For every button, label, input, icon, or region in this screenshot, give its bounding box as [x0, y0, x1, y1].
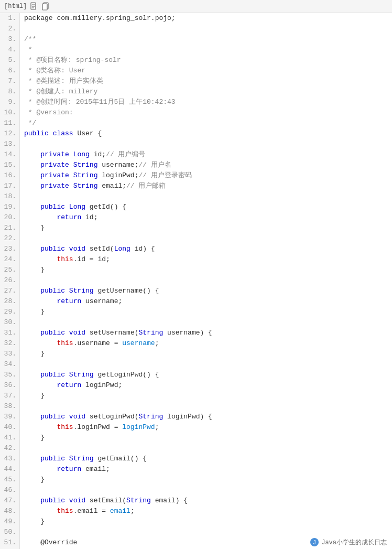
- code-line: [24, 443, 392, 454]
- code-line: * @类名称: User: [24, 66, 392, 76]
- code-viewer: 1.2.3.4.5.6.7.8.9.10.11.12.13.14.15.16.1…: [0, 13, 392, 549]
- line-number: 22.: [0, 233, 19, 244]
- code-line: private String loginPwd;// 用户登录密码: [24, 170, 392, 181]
- code-line: }: [24, 475, 392, 485]
- code-line: }: [24, 223, 392, 233]
- code-line: * @创建人: millery: [24, 87, 392, 97]
- copy-icon[interactable]: [41, 2, 50, 10]
- line-number: 41.: [0, 433, 19, 443]
- code-line: * @项目名称: spring-solr: [24, 55, 392, 66]
- code-line: public void setId(Long id) {: [24, 244, 392, 254]
- line-number: 2.: [0, 24, 19, 34]
- line-number: 1.: [0, 13, 19, 24]
- line-number: 21.: [0, 223, 19, 233]
- code-line: public String getEmail() {: [24, 454, 392, 464]
- line-number: 23.: [0, 244, 19, 254]
- code-line: public Long getId() {: [24, 202, 392, 212]
- code-line: public void setLoginPwd(String loginPwd)…: [24, 412, 392, 422]
- code-line: package com.millery.spring_solr.pojo;: [24, 13, 392, 24]
- code-line: * @创建时间: 2015年11月5日 上午10:42:43: [24, 97, 392, 107]
- code-line: * @version:: [24, 107, 392, 118]
- code-line: [24, 139, 392, 149]
- line-number: 28.: [0, 296, 19, 307]
- line-numbers-column: 1.2.3.4.5.6.7.8.9.10.11.12.13.14.15.16.1…: [0, 13, 20, 549]
- code-line: return email;: [24, 464, 392, 475]
- code-line: [24, 275, 392, 286]
- line-number: 49.: [0, 516, 19, 527]
- code-line: public String getLoginPwd() {: [24, 370, 392, 380]
- line-number: 36.: [0, 380, 19, 391]
- code-line: return loginPwd;: [24, 380, 392, 391]
- toolbar: [html]: [0, 0, 392, 13]
- code-line: }: [24, 307, 392, 317]
- code-line: private Long id;// 用户编号: [24, 149, 392, 160]
- code-line: [24, 233, 392, 244]
- code-line: this.loginPwd = loginPwd;: [24, 422, 392, 433]
- line-number: 18.: [0, 191, 19, 202]
- code-line: return id;: [24, 212, 392, 223]
- line-number: 30.: [0, 317, 19, 328]
- line-number: 47.: [0, 496, 19, 506]
- code-line: private String username;// 用户名: [24, 160, 392, 170]
- footer-logo-icon: J: [310, 537, 319, 547]
- code-line: }: [24, 433, 392, 443]
- line-number: 3.: [0, 34, 19, 45]
- line-number: 25.: [0, 265, 19, 275]
- line-number: 32.: [0, 338, 19, 349]
- line-number: 50.: [0, 527, 19, 537]
- line-number: 7.: [0, 76, 19, 87]
- line-number: 4.: [0, 45, 19, 55]
- code-line: public class User {: [24, 128, 392, 139]
- line-number: 20.: [0, 212, 19, 223]
- line-number: 12.: [0, 128, 19, 139]
- line-number: 40.: [0, 422, 19, 433]
- line-number: 46.: [0, 485, 19, 496]
- line-number: 33.: [0, 349, 19, 359]
- line-number: 16.: [0, 170, 19, 181]
- code-line: [24, 485, 392, 496]
- toolbar-label: [html]: [4, 3, 27, 10]
- code-line: [24, 401, 392, 412]
- code-line: * @类描述: 用户实体类: [24, 76, 392, 87]
- footer: J Java小学生的成长日志: [304, 535, 392, 549]
- code-line: /**: [24, 34, 392, 45]
- footer-text: Java小学生的成长日志: [321, 538, 387, 547]
- code-line: }: [24, 516, 392, 527]
- line-number: 9.: [0, 97, 19, 107]
- svg-rect-5: [42, 4, 47, 10]
- line-number: 51.: [0, 537, 19, 548]
- line-number: 29.: [0, 307, 19, 317]
- line-number: 26.: [0, 275, 19, 286]
- line-number: 48.: [0, 506, 19, 516]
- line-number: 11.: [0, 118, 19, 128]
- code-line: public void setEmail(String email) {: [24, 496, 392, 506]
- line-number: 19.: [0, 202, 19, 212]
- line-number: 13.: [0, 139, 19, 149]
- line-number: 14.: [0, 149, 19, 160]
- line-number: 38.: [0, 401, 19, 412]
- code-column: package com.millery.spring_solr.pojo; /*…: [20, 13, 392, 549]
- line-number: 27.: [0, 286, 19, 296]
- code-line: return username;: [24, 296, 392, 307]
- code-line: public String getUsername() {: [24, 286, 392, 296]
- code-line: }: [24, 349, 392, 359]
- code-line: public void setUsername(String username)…: [24, 328, 392, 338]
- code-line: [24, 24, 392, 34]
- code-line: }: [24, 265, 392, 275]
- code-line: }: [24, 391, 392, 401]
- line-number: 24.: [0, 254, 19, 265]
- line-number: 8.: [0, 87, 19, 97]
- svg-text:J: J: [313, 540, 316, 545]
- line-number: 42.: [0, 443, 19, 454]
- code-line: [24, 317, 392, 328]
- line-number: 35.: [0, 370, 19, 380]
- line-number: 31.: [0, 328, 19, 338]
- line-number: 10.: [0, 107, 19, 118]
- line-number: 17.: [0, 181, 19, 191]
- line-number: 44.: [0, 464, 19, 475]
- code-line: [24, 359, 392, 370]
- code-line: this.id = id;: [24, 254, 392, 265]
- file-icon[interactable]: [30, 2, 38, 10]
- code-line: *: [24, 45, 392, 55]
- line-number: 15.: [0, 160, 19, 170]
